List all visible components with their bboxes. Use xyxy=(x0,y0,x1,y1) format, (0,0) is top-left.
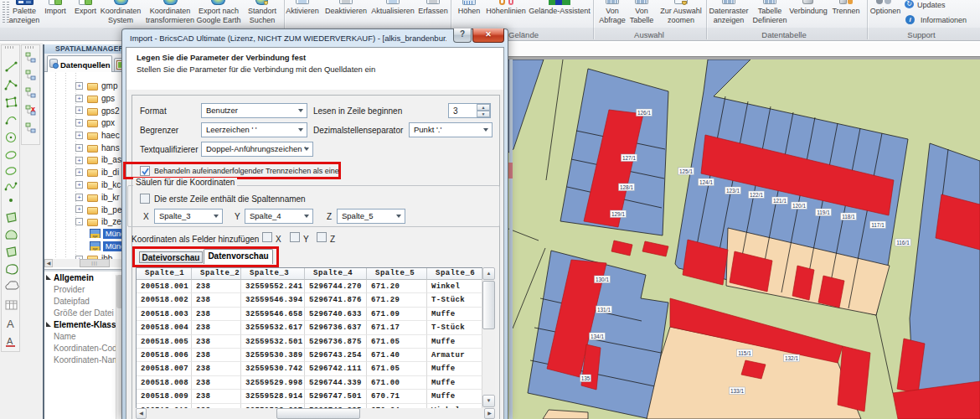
svg-text:A: A xyxy=(7,336,13,346)
svg-text:123/1: 123/1 xyxy=(726,188,740,194)
svg-text:132/1: 132/1 xyxy=(785,355,798,361)
svg-text:117/1: 117/1 xyxy=(871,222,885,228)
svg-text:135: 135 xyxy=(581,375,591,381)
svg-text:127/1: 127/1 xyxy=(622,155,636,161)
svg-text:133/1: 133/1 xyxy=(730,388,744,394)
svg-text:118/1: 118/1 xyxy=(842,214,855,220)
svg-text:128/1: 128/1 xyxy=(620,184,633,190)
svg-text:126/1: 126/1 xyxy=(637,110,651,116)
svg-text:120/1: 120/1 xyxy=(792,203,806,209)
svg-text:125/1: 125/1 xyxy=(679,168,693,174)
svg-text:130/1: 130/1 xyxy=(596,277,609,282)
svg-text:116/1: 116/1 xyxy=(896,240,910,246)
svg-text:115/1: 115/1 xyxy=(738,350,751,356)
svg-text:131/1: 131/1 xyxy=(597,307,611,313)
svg-text:124/1: 124/1 xyxy=(699,179,713,185)
svg-text:x: x xyxy=(31,105,35,113)
svg-text:119/1: 119/1 xyxy=(817,210,830,215)
svg-text:121/1: 121/1 xyxy=(773,198,787,204)
svg-text:134/1: 134/1 xyxy=(591,334,604,339)
svg-text:A: A xyxy=(7,318,14,330)
svg-text:122/1: 122/1 xyxy=(750,192,763,198)
svg-text:129/1: 129/1 xyxy=(611,211,625,217)
